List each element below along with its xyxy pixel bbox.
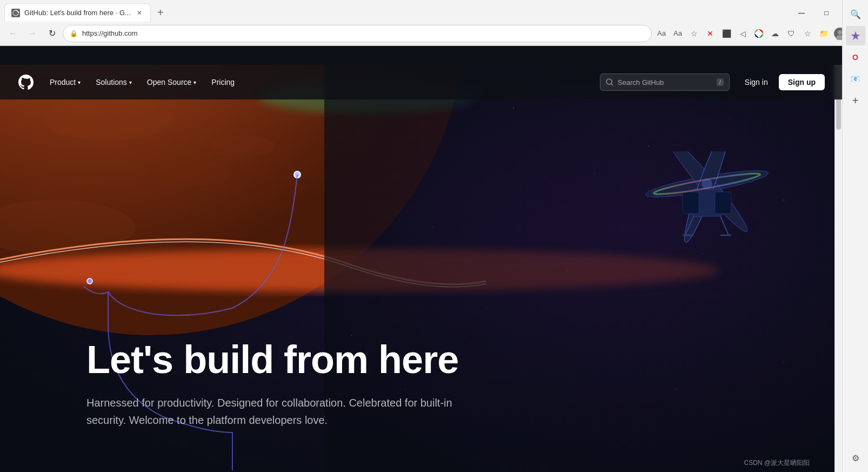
ext-circle-color[interactable] (751, 26, 766, 41)
ext-black[interactable]: ⬛ (719, 26, 734, 41)
svg-rect-41 (715, 192, 731, 214)
ext-collections[interactable]: 📁 (816, 26, 831, 41)
search-placeholder: Search GitHub (618, 78, 712, 87)
sidebar-office-button[interactable]: O (846, 48, 865, 67)
svg-line-50 (611, 84, 613, 85)
ext-favorites[interactable]: ☆ (686, 26, 702, 41)
nav-solutions[interactable]: Solutions ▾ (89, 75, 138, 90)
forward-button[interactable]: → (24, 25, 41, 42)
address-bar[interactable]: 🔒 https://github.com (63, 25, 652, 42)
ext-translate2[interactable]: Aa (670, 26, 685, 41)
search-box[interactable]: Search GitHub / (600, 74, 730, 91)
sidebar-copilot-button[interactable] (846, 26, 865, 45)
search-kbd: / (717, 78, 724, 86)
hero-subtitle: Harnessed for productivity. Designed for… (86, 394, 486, 429)
svg-point-49 (606, 79, 612, 84)
address-text: https://github.com (82, 29, 645, 37)
svg-point-3 (838, 30, 842, 35)
helicopter-image (637, 151, 777, 260)
ext-cloud[interactable]: ☁ (767, 26, 783, 41)
svg-rect-40 (683, 192, 699, 214)
github-logo[interactable] (17, 74, 35, 91)
sidebar-add-button[interactable]: + (846, 91, 865, 110)
maximize-button[interactable]: □ (814, 4, 839, 22)
sidebar-settings-button[interactable]: ⚙ (846, 448, 865, 468)
scrollbar[interactable] (834, 65, 842, 472)
nav-items: Product ▾ Solutions ▾ Open Source ▾ Pric… (43, 75, 600, 90)
tab-favicon (11, 9, 20, 17)
sidebar-search-button[interactable]: 🔍 (846, 4, 865, 24)
browser-sidebar: 🔍 O 📧 + ⚙ (842, 0, 868, 472)
ext-translate1[interactable]: Aa (654, 26, 669, 41)
auth-buttons: Sign in Sign up (738, 74, 825, 90)
nav-pricing[interactable]: Pricing (205, 75, 241, 90)
tab-close-button[interactable]: ✕ (135, 9, 144, 17)
signup-button[interactable]: Sign up (779, 74, 825, 90)
svg-point-28 (43, 97, 173, 141)
ext-arrow[interactable]: ◁ (735, 26, 750, 41)
tab-title: GitHub: Let's build from here · G... (24, 9, 131, 17)
hero-section: Product ▾ Solutions ▾ Open Source ▾ Pric… (0, 65, 842, 472)
back-button[interactable]: ← (4, 25, 22, 42)
hero-title: Let's build from here (86, 338, 626, 381)
watermark: CSDN @派大星晒阳阳 (744, 458, 810, 468)
svg-point-31 (211, 135, 276, 157)
ext-shield[interactable]: 🛡 (784, 26, 799, 41)
svg-point-29 (146, 159, 232, 187)
page-content: Product ▾ Solutions ▾ Open Source ▾ Pric… (0, 65, 842, 472)
ext-favorites2[interactable]: ☆ (800, 26, 815, 41)
nav-product[interactable]: Product ▾ (43, 75, 87, 90)
refresh-button[interactable]: ↻ (43, 25, 61, 42)
github-navbar: Product ▾ Solutions ▾ Open Source ▾ Pric… (0, 65, 842, 99)
extensions-area: Aa Aa ☆ ✕ ⬛ ◁ ☁ 🛡 ☆ 📁 (654, 26, 864, 41)
svg-line-44 (720, 216, 729, 235)
new-tab-button[interactable]: + (153, 5, 168, 20)
signin-button[interactable]: Sign in (738, 75, 774, 90)
sidebar-outlook-button[interactable]: 📧 (846, 69, 865, 89)
hero-text-area: Let's build from here Harnessed for prod… (86, 338, 626, 429)
minimize-button[interactable]: — (789, 4, 814, 22)
browser-tab[interactable]: GitHub: Let's build from here · G... ✕ (4, 3, 151, 22)
nav-open-source[interactable]: Open Source ▾ (141, 75, 203, 90)
ext-close[interactable]: ✕ (703, 26, 718, 41)
